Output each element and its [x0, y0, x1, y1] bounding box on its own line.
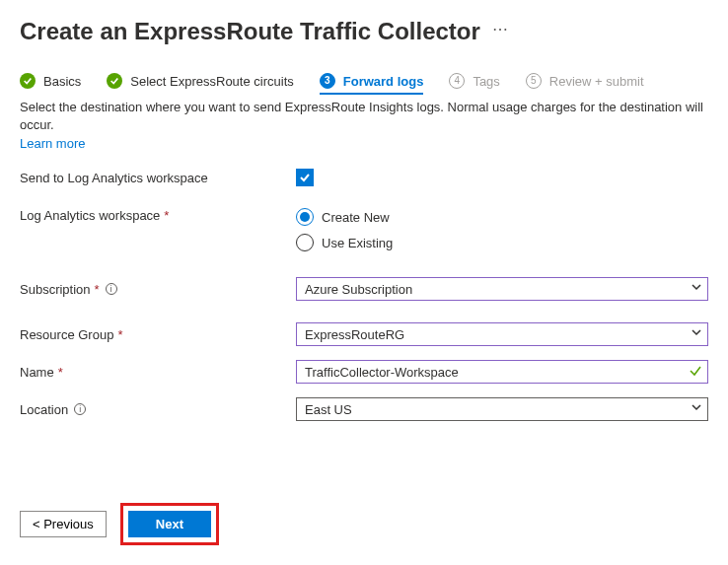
send-to-la-checkbox[interactable] — [296, 169, 314, 186]
label-subscription: Subscription — [20, 282, 91, 297]
label-send-to-la: Send to Log Analytics workspace — [20, 171, 296, 185]
select-value: Azure Subscription — [305, 282, 412, 297]
tab-label: Basics — [43, 74, 81, 89]
location-select[interactable]: East US — [296, 397, 708, 421]
learn-more-link[interactable]: Learn more — [20, 136, 85, 151]
page-title: Create an ExpressRoute Traffic Collector — [20, 18, 480, 45]
next-button[interactable]: Next — [128, 511, 211, 537]
radio-label: Create New — [322, 210, 390, 225]
step-number-icon: 4 — [449, 73, 465, 89]
label-location: Location — [20, 402, 68, 417]
chevron-down-icon — [691, 281, 702, 296]
label-name: Name — [20, 365, 54, 380]
highlight-box: Next — [120, 503, 219, 545]
info-icon[interactable]: i — [106, 283, 117, 295]
radio-use-existing[interactable]: Use Existing — [296, 234, 708, 251]
step-number-icon: 3 — [320, 73, 335, 89]
chevron-down-icon — [691, 401, 702, 416]
check-icon — [20, 73, 36, 89]
resource-group-select[interactable]: ExpressRouteRG — [296, 322, 708, 346]
name-input[interactable]: TrafficCollector-Workspace — [296, 360, 708, 384]
required-indicator: * — [95, 282, 100, 297]
valid-check-icon — [689, 364, 702, 381]
required-indicator: * — [164, 208, 169, 223]
la-workspace-radio-group: Create New Use Existing — [296, 208, 708, 251]
radio-icon — [296, 208, 314, 226]
select-value: ExpressRouteRG — [305, 327, 404, 342]
tab-circuits[interactable]: Select ExpressRoute circuits — [107, 73, 293, 89]
required-indicator: * — [117, 327, 122, 342]
tab-label: Tags — [473, 74, 499, 89]
radio-icon — [296, 234, 314, 251]
tab-forward-logs[interactable]: 3 Forward logs — [320, 73, 424, 95]
footer-actions: < Previous Next — [20, 503, 219, 545]
info-icon[interactable]: i — [74, 403, 86, 415]
more-icon[interactable]: ⋯ — [492, 20, 510, 44]
subscription-select[interactable]: Azure Subscription — [296, 277, 708, 301]
label-resource-group: Resource Group — [20, 327, 113, 342]
tab-review-submit[interactable]: 5 Review + submit — [526, 73, 644, 89]
label-la-workspace: Log Analytics workspace — [20, 208, 160, 223]
step-number-icon: 5 — [526, 73, 542, 89]
select-value: East US — [305, 402, 352, 417]
tab-label: Select ExpressRoute circuits — [130, 74, 293, 89]
wizard-tabs: Basics Select ExpressRoute circuits 3 Fo… — [20, 73, 708, 89]
tab-basics[interactable]: Basics — [20, 73, 81, 89]
radio-label: Use Existing — [322, 236, 393, 250]
radio-create-new[interactable]: Create New — [296, 208, 708, 226]
previous-button[interactable]: < Previous — [20, 511, 107, 537]
check-icon — [107, 73, 122, 89]
required-indicator: * — [58, 365, 63, 380]
tab-tags[interactable]: 4 Tags — [449, 73, 499, 89]
tab-label: Forward logs — [343, 74, 424, 89]
tab-description: Select the destination where you want to… — [20, 99, 708, 134]
input-value: TrafficCollector-Workspace — [305, 365, 459, 380]
tab-label: Review + submit — [549, 74, 644, 89]
chevron-down-icon — [691, 326, 702, 341]
